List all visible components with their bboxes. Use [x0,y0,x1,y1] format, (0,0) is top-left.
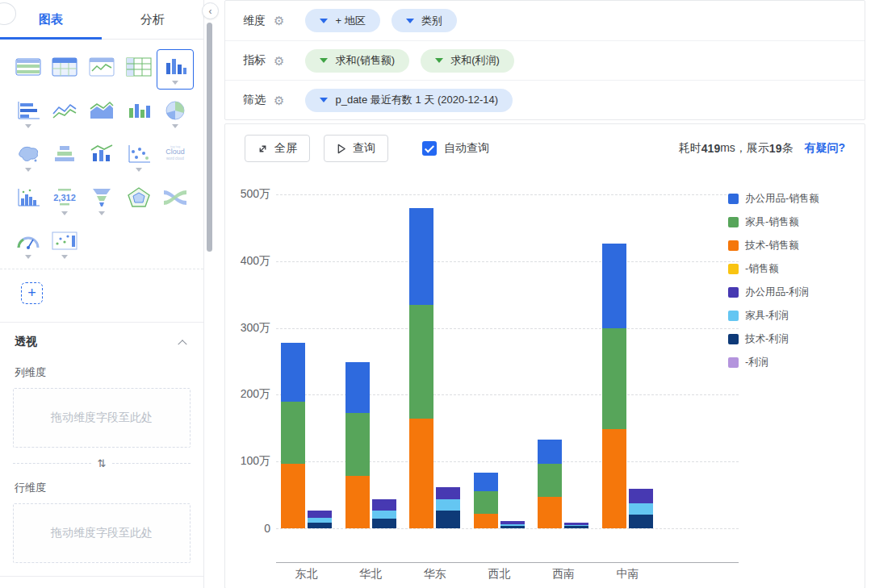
bar-segment-家具-销售额[interactable] [345,413,370,477]
chart-type-histogram-icon[interactable] [10,180,47,220]
chart-type-banded-table-icon[interactable] [10,49,47,90]
column-dimension-dropzone[interactable]: 拖动维度字段至此处 [13,388,191,448]
bar-segment-办公用品-利润[interactable] [436,487,460,499]
bar-segment-技术-利润[interactable] [436,511,460,528]
chart-type-combo-chart-icon[interactable] [83,136,120,177]
bar-segment-办公用品-销售额[interactable] [602,244,626,327]
bar-segment-办公用品-销售额[interactable] [281,343,305,402]
sales-bar-华东[interactable] [409,208,433,528]
bar-segment-技术-利润[interactable] [308,523,332,528]
bar-segment-技术-利润[interactable] [372,519,396,528]
chart-type-area-chart-icon[interactable] [83,93,120,133]
measure-pill-label: 求和(销售额) [335,53,395,68]
grid-table-icon [124,55,153,79]
chart-type-gauge-chart-icon[interactable] [10,223,47,264]
legend-item[interactable]: 办公用品-利润 [728,286,819,299]
legend-item[interactable]: 技术-利润 [728,332,819,346]
bar-segment-技术-利润[interactable] [564,526,588,528]
bar-segment-技术-销售额[interactable] [538,497,562,528]
chart-type-grid-table-icon[interactable] [120,49,157,90]
scrollbar-thumb[interactable] [207,23,212,252]
dimension-pill-label: 类别 [421,14,442,28]
tab-chart[interactable]: 图表 [0,0,102,39]
profit-bar-中南[interactable] [629,489,653,528]
bar-segment-家具-利润[interactable] [372,511,396,519]
measure-pill[interactable]: 求和(利润) [421,49,514,73]
bar-segment-办公用品-销售额[interactable] [345,362,370,413]
tab-analysis[interactable]: 分析 [102,0,203,39]
bar-segment-家具-利润[interactable] [629,503,653,515]
sales-bar-中南[interactable] [602,244,626,528]
bar-segment-技术-销售额[interactable] [345,476,370,528]
legend-item[interactable]: -销售额 [728,262,819,276]
chart-type-scatter-chart-icon[interactable] [120,136,157,177]
bar-segment-办公用品-销售额[interactable] [538,440,562,464]
bar-segment-办公用品-销售额[interactable] [409,208,433,304]
sidebar-scrollbar[interactable] [205,0,214,588]
bar-segment-技术-销售额[interactable] [602,429,626,528]
sales-bar-西北[interactable] [474,473,498,528]
legend-swatch-icon [728,194,739,204]
chart-type-map-chart-icon[interactable] [10,136,47,177]
edit-color-section-header[interactable]: 编辑颜色 [0,577,203,588]
chart-type-number-card-icon[interactable]: 2,312 [47,180,84,220]
bar-segment-技术-销售额[interactable] [409,419,433,528]
legend-swatch-icon [728,240,739,251]
profit-bar-华北[interactable] [372,499,396,528]
bar-segment-家具-销售额[interactable] [409,305,433,419]
chart-type-funnel-chart-icon[interactable] [83,180,120,220]
chart-type-sankey-chart-icon[interactable] [157,180,194,220]
bar-segment-办公用品-利润[interactable] [372,499,396,510]
legend-item[interactable]: 家具-利润 [728,309,819,323]
sidebar: 图表 分析 Cloudword cloudtag tag2,312 + 透视 列… [0,0,204,588]
measure-pill[interactable]: 求和(销售额) [305,49,409,73]
chart-type-radar-chart-icon[interactable] [120,180,157,220]
map-chart-icon [14,142,43,166]
bar-segment-家具-利润[interactable] [436,499,460,511]
bar-segment-办公用品-销售额[interactable] [474,473,498,491]
legend-item[interactable]: 家具-销售额 [728,215,819,229]
chart-type-header-table-icon[interactable] [47,49,84,90]
sales-bar-华北[interactable] [345,362,370,528]
bar-segment-技术-利润[interactable] [629,515,653,528]
sales-bar-西南[interactable] [538,440,562,528]
dimension-pill[interactable]: + 地区 [305,9,379,32]
caret-down-icon [320,58,328,63]
chart-type-point-chart-icon[interactable] [47,223,84,264]
dimension-pill[interactable]: 类别 [392,9,457,32]
pivot-section-header[interactable]: 透视 [0,323,203,354]
chart-type-bar-chart-icon[interactable] [157,49,194,90]
bar-segment-办公用品-利润[interactable] [629,489,653,503]
sales-bar-东北[interactable] [281,343,305,528]
swap-arrows-icon[interactable]: ⇅ [91,457,113,469]
bar-segment-家具-销售额[interactable] [281,402,305,464]
gear-icon[interactable]: ⚙ [274,55,284,67]
legend-item[interactable]: 技术-销售额 [728,239,819,252]
chart-type-hbar-chart-icon[interactable] [10,93,47,133]
profit-bar-西南[interactable] [564,523,588,529]
profit-bar-华东[interactable] [436,487,460,528]
add-chart-type-button[interactable]: + [21,282,43,304]
profit-bar-东北[interactable] [308,511,332,528]
chart-type-column-chart-icon[interactable] [120,93,157,133]
filter-pill[interactable]: p_date 最近有数 1 天 (2020-12-14) [305,89,513,112]
bar-segment-技术-销售额[interactable] [281,464,305,528]
profit-bar-西北[interactable] [500,521,525,528]
gear-icon[interactable]: ⚙ [274,94,284,106]
chart-type-word-cloud-icon[interactable]: Cloudword cloudtag tag [157,136,194,177]
bar-segment-技术-利润[interactable] [500,526,525,528]
row-dimension-dropzone[interactable]: 拖动维度字段至此处 [13,503,191,563]
bar-segment-家具-销售额[interactable] [538,464,562,497]
bar-segment-家具-销售额[interactable] [474,491,498,513]
gear-icon[interactable]: ⚙ [274,15,284,27]
chart-type-pie-chart-icon[interactable] [157,93,194,133]
legend-item[interactable]: 办公用品-销售额 [728,192,819,206]
legend-item[interactable]: -利润 [728,356,819,369]
bar-segment-技术-销售额[interactable] [474,514,498,528]
chart-type-trend-card-icon[interactable] [83,49,120,90]
chart-type-pyramid-chart-icon[interactable] [47,136,84,177]
chart-type-line-chart-icon[interactable] [47,93,84,133]
bar-segment-办公用品-利润[interactable] [308,511,332,519]
sidebar-collapse-button[interactable]: ‹ [202,2,219,19]
bar-segment-家具-销售额[interactable] [602,328,626,429]
